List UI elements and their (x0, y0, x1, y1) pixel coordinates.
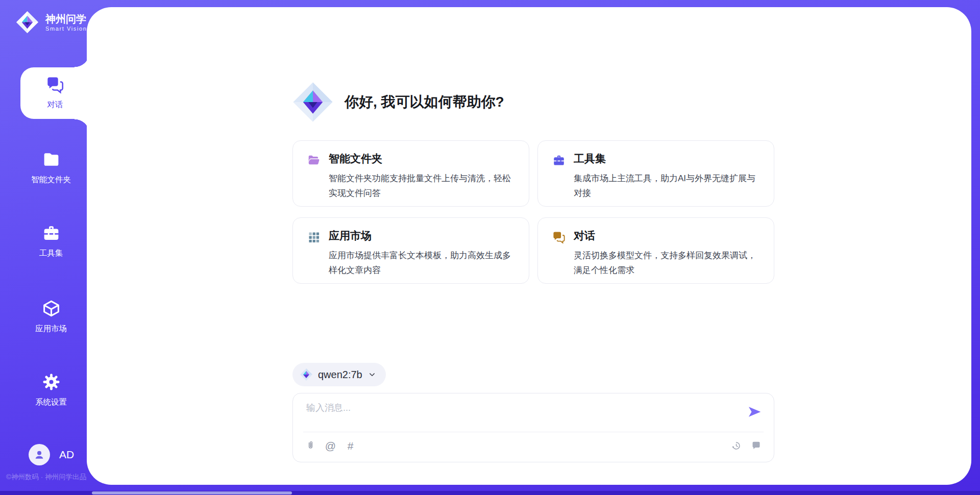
card-title: 应用市场 (329, 229, 372, 243)
diamond-logo-icon (300, 368, 313, 381)
app-root: 神州问学 Smart Vision 对话 智能文件夹 工具集 (0, 0, 980, 495)
horizontal-scrollbar-track[interactable] (0, 491, 980, 495)
model-selector[interactable]: qwen2:7b (292, 363, 386, 386)
card-title: 对话 (574, 229, 595, 243)
card-title: 智能文件夹 (329, 152, 382, 166)
brand-name: 神州问学 (45, 13, 87, 24)
card-toolset[interactable]: 工具集 集成市场上主流工具，助力AI与外界无缝扩展与对接 (537, 140, 774, 207)
greeting-text: 你好, 我可以如何帮助你? (345, 92, 504, 112)
user-name: AD (59, 449, 74, 461)
card-description: 应用市场提供丰富长文本模板，助力高效生成多样化文章内容 (329, 248, 518, 278)
brand-subtitle: Smart Vision (45, 26, 87, 32)
message-composer: @ # (292, 393, 774, 462)
card-app-market[interactable]: 应用市场 应用市场提供丰富长文本模板，助力高效生成多样化文章内容 (292, 217, 529, 284)
horizontal-scrollbar-thumb[interactable] (92, 491, 292, 494)
sidebar-item-settings[interactable]: 系统设置 (15, 373, 87, 408)
model-name: qwen2:7b (318, 369, 362, 381)
chevron-down-icon (368, 370, 377, 379)
card-smart-folder[interactable]: 智能文件夹 智能文件夹功能支持批量文件上传与清洗，轻松实现文件问答 (292, 140, 529, 207)
sidebar-item-label: 智能文件夹 (15, 175, 87, 185)
composer-toolbar: @ # (305, 436, 762, 455)
history-icon[interactable] (731, 440, 742, 451)
sidebar-item-label: 应用市场 (15, 324, 87, 334)
sidebar-item-label: 系统设置 (15, 397, 87, 408)
avatar (29, 444, 50, 465)
card-title: 工具集 (574, 152, 606, 166)
sidebar-item-label: 对话 (20, 100, 90, 110)
folder-icon (42, 150, 61, 169)
sidebar-item-toolset[interactable]: 工具集 (15, 224, 87, 259)
paperclip-icon[interactable] (305, 440, 316, 451)
sidebar-item-app-market[interactable]: 应用市场 (15, 299, 87, 334)
grid-icon (307, 231, 321, 244)
briefcase-icon (552, 154, 566, 167)
card-description: 集成市场上主流工具，助力AI与外界无缝扩展与对接 (574, 171, 763, 201)
user-avatar-icon (33, 448, 46, 461)
sidebar-item-smart-folder[interactable]: 智能文件夹 (15, 150, 87, 185)
chat-bubble-icon[interactable] (751, 440, 762, 451)
sidebar-item-label: 工具集 (15, 248, 87, 259)
diamond-logo-icon (291, 81, 334, 123)
chat-icon (46, 76, 64, 94)
diamond-logo-icon (15, 10, 39, 34)
greeting: 你好, 我可以如何帮助你? (291, 81, 504, 123)
sidebar-item-chat[interactable]: 对话 (20, 67, 90, 119)
user-menu[interactable]: AD (29, 444, 74, 465)
brand: 神州问学 Smart Vision (15, 10, 87, 34)
composer-divider (303, 432, 764, 432)
gear-icon (42, 373, 61, 391)
toolbox-icon (42, 224, 61, 242)
sidebar-footer: ©神州数码 · 神州问学出品 (6, 473, 95, 482)
folder-open-icon (307, 154, 321, 167)
message-input[interactable] (305, 401, 726, 429)
hash-icon[interactable]: # (345, 440, 356, 451)
feature-cards: 智能文件夹 智能文件夹功能支持批量文件上传与清洗，轻松实现文件问答 工具集 集成… (292, 140, 774, 284)
at-icon[interactable]: @ (325, 440, 336, 451)
send-icon[interactable] (747, 405, 762, 419)
chat-bubbles-icon (552, 231, 566, 244)
card-description: 智能文件夹功能支持批量文件上传与清洗，轻松实现文件问答 (329, 171, 518, 201)
cube-icon (42, 299, 61, 318)
card-chat[interactable]: 对话 灵活切换多模型文件，支持多样回复效果调试，满足个性化需求 (537, 217, 774, 284)
card-description: 灵活切换多模型文件，支持多样回复效果调试，满足个性化需求 (574, 248, 763, 278)
